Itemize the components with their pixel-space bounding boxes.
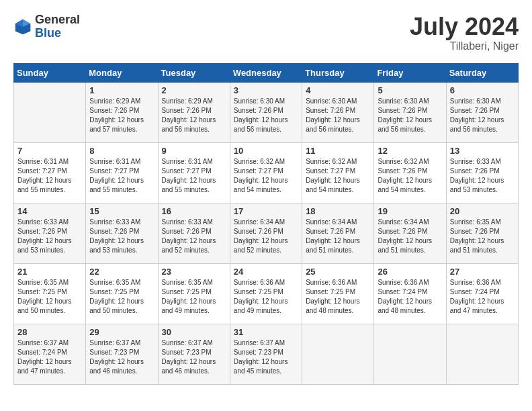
calendar-cell: 15Sunrise: 6:33 AMSunset: 7:26 PMDayligh… bbox=[86, 203, 158, 263]
cell-sun-info: Sunrise: 6:36 AMSunset: 7:24 PMDaylight:… bbox=[378, 278, 442, 316]
calendar-cell: 18Sunrise: 6:34 AMSunset: 7:26 PMDayligh… bbox=[302, 203, 374, 263]
cell-sun-info: Sunrise: 6:30 AMSunset: 7:26 PMDaylight:… bbox=[378, 97, 442, 134]
cell-sun-info: Sunrise: 6:37 AMSunset: 7:23 PMDaylight:… bbox=[234, 338, 298, 376]
header-day-sunday: Sunday bbox=[14, 63, 86, 82]
calendar-table: SundayMondayTuesdayWednesdayThursdayFrid… bbox=[13, 63, 519, 385]
calendar-cell: 16Sunrise: 6:33 AMSunset: 7:26 PMDayligh… bbox=[158, 203, 230, 263]
calendar-body: 1Sunrise: 6:29 AMSunset: 7:26 PMDaylight… bbox=[14, 82, 519, 384]
day-number: 4 bbox=[306, 85, 370, 95]
calendar-cell: 2Sunrise: 6:29 AMSunset: 7:26 PMDaylight… bbox=[158, 82, 230, 142]
page-header: General Blue July 2024 Tillaberi, Niger bbox=[13, 13, 519, 52]
calendar-cell: 9Sunrise: 6:31 AMSunset: 7:27 PMDaylight… bbox=[158, 142, 230, 203]
day-number: 23 bbox=[162, 267, 226, 277]
cell-sun-info: Sunrise: 6:35 AMSunset: 7:25 PMDaylight:… bbox=[162, 278, 226, 316]
cell-sun-info: Sunrise: 6:36 AMSunset: 7:25 PMDaylight:… bbox=[306, 278, 370, 316]
calendar-cell: 8Sunrise: 6:31 AMSunset: 7:27 PMDaylight… bbox=[86, 142, 158, 203]
month-year-title: July 2024 bbox=[410, 13, 519, 40]
cell-sun-info: Sunrise: 6:31 AMSunset: 7:27 PMDaylight:… bbox=[17, 157, 82, 195]
logo-text: General Blue bbox=[35, 13, 80, 40]
calendar-cell: 10Sunrise: 6:32 AMSunset: 7:27 PMDayligh… bbox=[230, 142, 302, 203]
logo-general-text: General bbox=[35, 13, 80, 27]
day-number: 30 bbox=[162, 327, 226, 337]
cell-sun-info: Sunrise: 6:33 AMSunset: 7:26 PMDaylight:… bbox=[450, 157, 515, 195]
header-row: SundayMondayTuesdayWednesdayThursdayFrid… bbox=[14, 63, 519, 82]
day-number: 28 bbox=[17, 327, 82, 337]
cell-sun-info: Sunrise: 6:32 AMSunset: 7:27 PMDaylight:… bbox=[234, 157, 298, 195]
day-number: 7 bbox=[17, 146, 82, 156]
header-day-friday: Friday bbox=[374, 63, 446, 82]
day-number: 31 bbox=[234, 327, 298, 337]
cell-sun-info: Sunrise: 6:37 AMSunset: 7:24 PMDaylight:… bbox=[17, 338, 82, 376]
cell-sun-info: Sunrise: 6:34 AMSunset: 7:26 PMDaylight:… bbox=[306, 218, 370, 255]
day-number: 11 bbox=[306, 146, 370, 156]
day-number: 27 bbox=[450, 267, 515, 277]
header-day-wednesday: Wednesday bbox=[230, 63, 302, 82]
calendar-cell: 22Sunrise: 6:35 AMSunset: 7:25 PMDayligh… bbox=[86, 263, 158, 324]
calendar-cell: 31Sunrise: 6:37 AMSunset: 7:23 PMDayligh… bbox=[230, 324, 302, 384]
calendar-cell: 30Sunrise: 6:37 AMSunset: 7:23 PMDayligh… bbox=[158, 324, 230, 384]
calendar-cell: 4Sunrise: 6:30 AMSunset: 7:26 PMDaylight… bbox=[302, 82, 374, 142]
week-row-2: 7Sunrise: 6:31 AMSunset: 7:27 PMDaylight… bbox=[14, 142, 519, 203]
calendar-cell: 23Sunrise: 6:35 AMSunset: 7:25 PMDayligh… bbox=[158, 263, 230, 324]
calendar-cell bbox=[14, 82, 86, 142]
logo-icon bbox=[13, 17, 32, 36]
calendar-cell: 11Sunrise: 6:32 AMSunset: 7:27 PMDayligh… bbox=[302, 142, 374, 203]
calendar-cell: 27Sunrise: 6:36 AMSunset: 7:24 PMDayligh… bbox=[446, 263, 518, 324]
calendar-cell bbox=[302, 324, 374, 384]
calendar-cell: 26Sunrise: 6:36 AMSunset: 7:24 PMDayligh… bbox=[374, 263, 446, 324]
day-number: 14 bbox=[17, 206, 82, 216]
header-day-monday: Monday bbox=[86, 63, 158, 82]
day-number: 9 bbox=[162, 146, 226, 156]
cell-sun-info: Sunrise: 6:35 AMSunset: 7:25 PMDaylight:… bbox=[89, 278, 154, 316]
cell-sun-info: Sunrise: 6:34 AMSunset: 7:26 PMDaylight:… bbox=[378, 218, 442, 255]
calendar-cell: 21Sunrise: 6:35 AMSunset: 7:25 PMDayligh… bbox=[14, 263, 86, 324]
day-number: 24 bbox=[234, 267, 298, 277]
week-row-3: 14Sunrise: 6:33 AMSunset: 7:26 PMDayligh… bbox=[14, 203, 519, 263]
calendar-cell: 1Sunrise: 6:29 AMSunset: 7:26 PMDaylight… bbox=[86, 82, 158, 142]
week-row-5: 28Sunrise: 6:37 AMSunset: 7:24 PMDayligh… bbox=[14, 324, 519, 384]
day-number: 10 bbox=[234, 146, 298, 156]
cell-sun-info: Sunrise: 6:31 AMSunset: 7:27 PMDaylight:… bbox=[162, 157, 226, 195]
cell-sun-info: Sunrise: 6:32 AMSunset: 7:27 PMDaylight:… bbox=[306, 157, 370, 195]
cell-sun-info: Sunrise: 6:33 AMSunset: 7:26 PMDaylight:… bbox=[162, 218, 226, 255]
day-number: 20 bbox=[450, 206, 515, 216]
day-number: 3 bbox=[234, 85, 298, 95]
day-number: 29 bbox=[89, 327, 154, 337]
cell-sun-info: Sunrise: 6:36 AMSunset: 7:24 PMDaylight:… bbox=[450, 278, 515, 316]
header-day-thursday: Thursday bbox=[302, 63, 374, 82]
day-number: 16 bbox=[162, 206, 226, 216]
cell-sun-info: Sunrise: 6:30 AMSunset: 7:26 PMDaylight:… bbox=[306, 97, 370, 134]
day-number: 26 bbox=[378, 267, 442, 277]
day-number: 19 bbox=[378, 206, 442, 216]
day-number: 6 bbox=[450, 85, 515, 95]
cell-sun-info: Sunrise: 6:30 AMSunset: 7:26 PMDaylight:… bbox=[234, 97, 298, 134]
cell-sun-info: Sunrise: 6:31 AMSunset: 7:27 PMDaylight:… bbox=[89, 157, 154, 195]
calendar-cell: 19Sunrise: 6:34 AMSunset: 7:26 PMDayligh… bbox=[374, 203, 446, 263]
calendar-cell: 17Sunrise: 6:34 AMSunset: 7:26 PMDayligh… bbox=[230, 203, 302, 263]
cell-sun-info: Sunrise: 6:33 AMSunset: 7:26 PMDaylight:… bbox=[17, 218, 82, 255]
day-number: 13 bbox=[450, 146, 515, 156]
calendar-cell: 20Sunrise: 6:35 AMSunset: 7:26 PMDayligh… bbox=[446, 203, 518, 263]
day-number: 25 bbox=[306, 267, 370, 277]
cell-sun-info: Sunrise: 6:35 AMSunset: 7:26 PMDaylight:… bbox=[450, 218, 515, 255]
calendar-cell: 24Sunrise: 6:36 AMSunset: 7:25 PMDayligh… bbox=[230, 263, 302, 324]
day-number: 17 bbox=[234, 206, 298, 216]
week-row-4: 21Sunrise: 6:35 AMSunset: 7:25 PMDayligh… bbox=[14, 263, 519, 324]
calendar-cell bbox=[446, 324, 518, 384]
day-number: 21 bbox=[17, 267, 82, 277]
day-number: 1 bbox=[89, 85, 154, 95]
cell-sun-info: Sunrise: 6:34 AMSunset: 7:26 PMDaylight:… bbox=[234, 218, 298, 255]
header-day-saturday: Saturday bbox=[446, 63, 518, 82]
calendar-cell: 7Sunrise: 6:31 AMSunset: 7:27 PMDaylight… bbox=[14, 142, 86, 203]
logo: General Blue bbox=[13, 13, 80, 40]
day-number: 12 bbox=[378, 146, 442, 156]
calendar-cell: 25Sunrise: 6:36 AMSunset: 7:25 PMDayligh… bbox=[302, 263, 374, 324]
cell-sun-info: Sunrise: 6:35 AMSunset: 7:25 PMDaylight:… bbox=[17, 278, 82, 316]
title-block: July 2024 Tillaberi, Niger bbox=[410, 13, 519, 52]
day-number: 2 bbox=[162, 85, 226, 95]
calendar-cell: 12Sunrise: 6:32 AMSunset: 7:26 PMDayligh… bbox=[374, 142, 446, 203]
calendar-cell: 14Sunrise: 6:33 AMSunset: 7:26 PMDayligh… bbox=[14, 203, 86, 263]
cell-sun-info: Sunrise: 6:37 AMSunset: 7:23 PMDaylight:… bbox=[162, 338, 226, 376]
calendar-cell: 13Sunrise: 6:33 AMSunset: 7:26 PMDayligh… bbox=[446, 142, 518, 203]
location-subtitle: Tillaberi, Niger bbox=[410, 40, 519, 52]
